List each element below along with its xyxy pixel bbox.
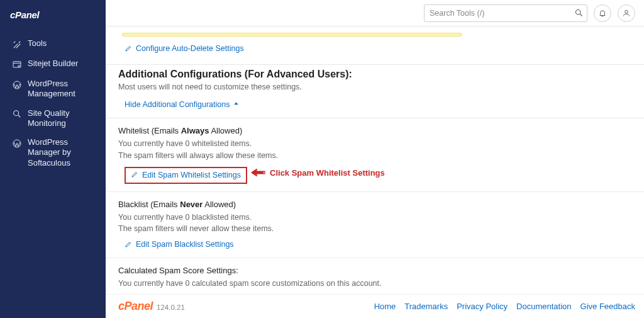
footer-logo: cPanel bbox=[118, 300, 153, 313]
link-text: Configure Auto-Delete Settings bbox=[136, 44, 244, 53]
auto-delete-row: Configure Auto-Delete Settings bbox=[106, 37, 644, 62]
scores-line1: You currently have 0 calculated spam sco… bbox=[118, 278, 638, 290]
app-root: cPanel Tools bbox=[0, 0, 644, 318]
title-pre: Blacklist (Emails bbox=[118, 200, 180, 209]
footer-version: 124.0.21 bbox=[157, 304, 185, 311]
main-column: Configure Auto-Delete Settings Additiona… bbox=[106, 0, 644, 318]
cpanel-logo-svg: cPanel bbox=[10, 9, 62, 23]
additional-config-title: Additional Configurations (For Advanced … bbox=[106, 69, 644, 82]
edit-blacklist-link[interactable]: Edit Spam Blacklist Settings bbox=[125, 240, 234, 249]
hide-additional-link[interactable]: Hide Additional Configurations bbox=[106, 96, 246, 115]
title-bold: Always bbox=[181, 126, 209, 135]
callout-text: Click Spam Whitelist Settings bbox=[270, 168, 385, 178]
svg-line-13 bbox=[580, 14, 582, 16]
configure-auto-delete-link[interactable]: Configure Auto-Delete Settings bbox=[125, 44, 244, 53]
sidebar-item-tools[interactable]: Tools bbox=[1, 34, 104, 54]
additional-config-desc: Most users will not need to customize th… bbox=[106, 82, 644, 96]
svg-line-10 bbox=[18, 115, 20, 117]
whitelist-line2: The spam filters will always allow these… bbox=[118, 150, 638, 162]
wordpress-icon bbox=[11, 138, 22, 149]
content-scroll[interactable]: Configure Auto-Delete Settings Additiona… bbox=[106, 26, 644, 294]
title-pre: Whitelist (Emails bbox=[118, 126, 181, 135]
wordpress-icon bbox=[11, 79, 22, 90]
topbar bbox=[106, 0, 644, 26]
pencil-icon bbox=[125, 45, 132, 52]
footer-brand: cPanel 124.0.21 bbox=[118, 300, 185, 313]
footer-link-trademarks[interactable]: Trademarks bbox=[404, 302, 448, 311]
search-wrap bbox=[424, 4, 587, 22]
title-post: Allowed) bbox=[209, 126, 243, 135]
brand-logo[interactable]: cPanel bbox=[0, 0, 106, 34]
sidebar-item-site-quality[interactable]: Site Quality Monitoring bbox=[1, 104, 104, 133]
footer-link-documentation[interactable]: Documentation bbox=[516, 302, 571, 311]
sidebar-item-wp-management[interactable]: WordPress Management bbox=[1, 74, 104, 104]
spam-scores-block: Calculated Spam Score Settings: You curr… bbox=[106, 258, 644, 294]
sidebar-item-label: WordPress Management bbox=[28, 79, 99, 99]
sidebar-nav: Tools Sitejet Builder bbox=[0, 34, 106, 173]
footer-links: Home Trademarks Privacy Policy Documenta… bbox=[374, 302, 635, 311]
pencil-icon bbox=[131, 171, 138, 180]
whitelist-block: Whitelist (Emails Always Allowed) You cu… bbox=[106, 118, 644, 192]
title-bold: Never bbox=[180, 200, 203, 209]
whitelist-line1: You currently have 0 whitelisted items. bbox=[118, 138, 638, 150]
magnifier-icon bbox=[11, 109, 22, 120]
sidebar-item-label: Tools bbox=[28, 38, 99, 48]
bell-icon bbox=[598, 9, 607, 18]
link-text: Hide Additional Configurations bbox=[125, 100, 230, 109]
account-button[interactable] bbox=[618, 4, 635, 22]
svg-text:cPanel: cPanel bbox=[10, 9, 40, 20]
svg-line-3 bbox=[13, 41, 15, 43]
blacklist-line1: You currently have 0 blacklisted items. bbox=[118, 212, 638, 224]
blacklist-block: Blacklist (Emails Never Allowed) You cur… bbox=[106, 192, 644, 259]
scores-title: Calculated Spam Score Settings: bbox=[118, 266, 638, 275]
svg-point-12 bbox=[575, 10, 580, 15]
edit-whitelist-link[interactable]: Edit Spam Whitelist Settings bbox=[125, 167, 247, 184]
sidebar-item-label: Sitejet Builder bbox=[28, 59, 99, 69]
search-icon bbox=[574, 8, 584, 18]
sitejet-icon bbox=[11, 59, 22, 70]
search-input[interactable] bbox=[424, 4, 587, 22]
link-text: Edit Spam Whitelist Settings bbox=[142, 171, 241, 179]
search-button[interactable] bbox=[570, 4, 587, 22]
sidebar-item-wp-softaculous[interactable]: WordPress Manager by Softaculous bbox=[1, 133, 104, 173]
sidebar-item-sitejet[interactable]: Sitejet Builder bbox=[1, 54, 104, 74]
blacklist-title: Blacklist (Emails Never Allowed) bbox=[118, 200, 638, 209]
whitelist-title: Whitelist (Emails Always Allowed) bbox=[118, 126, 638, 135]
notifications-button[interactable] bbox=[594, 4, 611, 22]
title-post: Allowed) bbox=[203, 200, 236, 209]
footer-link-feedback[interactable]: Give Feedback bbox=[580, 302, 635, 311]
link-text: Edit Spam Blacklist Settings bbox=[136, 240, 234, 249]
pencil-icon bbox=[125, 241, 132, 248]
blacklist-line2: The spam filters will never allow these … bbox=[118, 223, 638, 235]
svg-point-7 bbox=[18, 65, 19, 67]
svg-point-14 bbox=[625, 10, 628, 13]
svg-point-9 bbox=[13, 111, 18, 116]
chevron-up-icon bbox=[233, 100, 240, 109]
footer-link-home[interactable]: Home bbox=[374, 302, 396, 311]
callout-arrow bbox=[251, 167, 267, 178]
content-inner: Configure Auto-Delete Settings Additiona… bbox=[106, 33, 644, 294]
tools-icon bbox=[11, 39, 22, 50]
sidebar-item-label: WordPress Manager by Softaculous bbox=[28, 137, 99, 168]
footer: cPanel 124.0.21 Home Trademarks Privacy … bbox=[106, 294, 644, 318]
sidebar: cPanel Tools bbox=[0, 0, 106, 318]
divider bbox=[106, 64, 644, 65]
footer-link-privacy[interactable]: Privacy Policy bbox=[457, 302, 508, 311]
sidebar-item-label: Site Quality Monitoring bbox=[28, 108, 99, 129]
svg-line-4 bbox=[18, 41, 20, 43]
user-icon bbox=[622, 9, 631, 18]
